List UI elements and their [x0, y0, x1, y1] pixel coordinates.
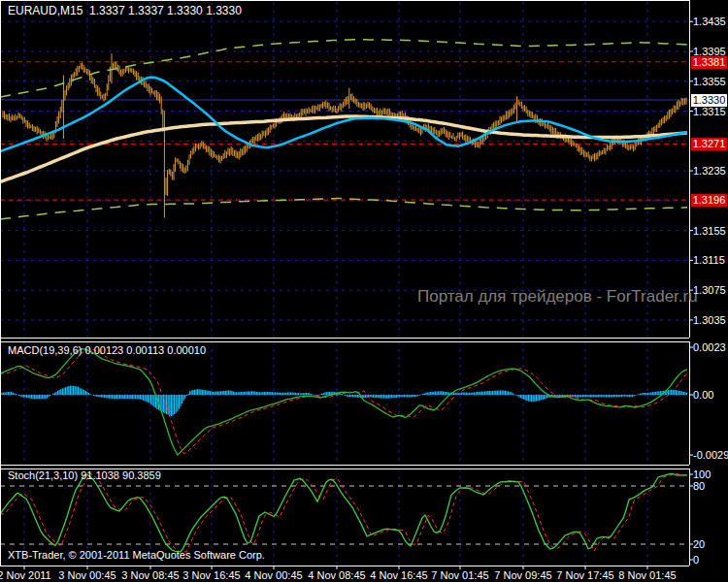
- stoch-axis-label: 20: [693, 538, 705, 551]
- mt4-chart-window: EURAUD,M15 1.3337 1.3337 1.3330 1.3330 П…: [0, 0, 728, 582]
- macd-indicator-label: MACD(19,39,6) 0.00123 0.00113 0.00010: [8, 344, 206, 357]
- price-axis-label: 1.3435: [693, 16, 726, 28]
- current-price-badge: 1.3330: [691, 94, 727, 107]
- price-axis-label: 1.3315: [693, 106, 726, 118]
- price-level-badge: 1.3381: [691, 56, 727, 69]
- time-axis-label: 2 Nov 2011: [0, 569, 59, 581]
- price-axis-label: 1.3355: [693, 76, 726, 88]
- time-axis-label: 3 Nov 16:45: [177, 569, 247, 581]
- macd-axis-label: 0.0023: [693, 341, 726, 354]
- price-axis-label: 1.3075: [693, 284, 726, 297]
- price-axis-label: 1.3115: [693, 254, 725, 267]
- time-axis-label: 4 Nov 08:45: [302, 569, 372, 581]
- price-axis-label: 1.3235: [693, 165, 726, 178]
- stoch-axis-label: 0: [693, 554, 699, 566]
- time-axis-label: 4 Nov 00:45: [239, 569, 309, 581]
- copyright-text: XTB-Trader, © 2001-2011 MetaQuotes Softw…: [8, 549, 265, 562]
- time-axis-label: 3 Nov 08:45: [116, 569, 185, 581]
- time-axis-label: 7 Nov 09:45: [488, 569, 558, 581]
- macd-axis-label: 0.00: [693, 389, 713, 402]
- price-level-badge: 1.3271: [691, 138, 727, 150]
- price-axis-label: 1.3035: [693, 314, 726, 327]
- time-axis-label: 3 Nov 00:45: [52, 569, 122, 581]
- time-axis-label: 8 Nov 01:45: [612, 569, 682, 581]
- macd-axis-label: -0.00291: [693, 449, 728, 462]
- watermark: Портал для трейдеров - ForTrader.ru: [417, 287, 698, 307]
- time-axis-label: 7 Nov 01:45: [425, 569, 495, 581]
- time-axis-label: 7 Nov 17:45: [550, 569, 620, 581]
- price-level-badge: 1.3196: [691, 194, 727, 207]
- stoch-indicator-label: Stoch(21,3,10) 91.1038 90.3859: [8, 469, 161, 482]
- price-axis-label: 1.3155: [693, 225, 726, 238]
- stoch-axis-label: 80: [693, 480, 705, 493]
- time-axis-label: 4 Nov 16:45: [364, 569, 434, 581]
- chart-title: EURAUD,M15 1.3337 1.3337 1.3330 1.3330: [8, 5, 242, 17]
